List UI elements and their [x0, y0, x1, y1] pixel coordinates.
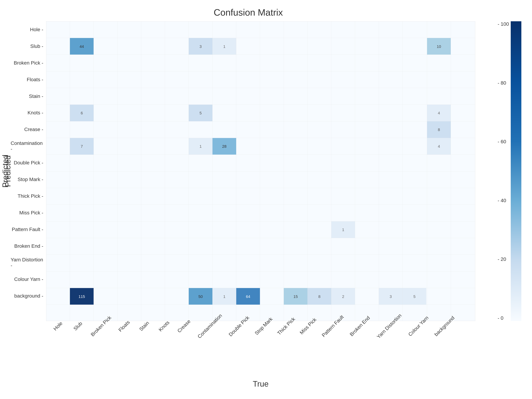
- svg-text:5: 5: [413, 294, 416, 299]
- x-label-hole: Hole: [46, 323, 66, 380]
- chart-container: Confusion Matrix Predicted True /* rows …: [0, 0, 532, 399]
- svg-text:6: 6: [81, 111, 83, 115]
- y-axis-label-container: Predicted: [4, 21, 13, 321]
- svg-text:15: 15: [293, 294, 298, 299]
- svg-text:3: 3: [200, 44, 202, 49]
- svg-text:1: 1: [223, 294, 225, 299]
- y-label-stop-mark: Stop Mark -: [11, 171, 46, 188]
- colorbar-tick-20: - 20: [498, 256, 506, 262]
- svg-rect-0: [46, 21, 475, 321]
- y-label-floats: Floats -: [11, 71, 46, 88]
- colorbar-tick-80: - 80: [498, 80, 506, 86]
- svg-text:8: 8: [438, 127, 440, 132]
- y-label-broken-end: Broken End -: [11, 238, 46, 254]
- svg-rect-81: [511, 21, 521, 321]
- svg-text:4: 4: [438, 144, 440, 149]
- y-label-yarn-distortion: Yarn Distortion -: [11, 254, 46, 271]
- y-label-crease: Crease -: [11, 121, 46, 138]
- colorbar-tick-40: - 40: [498, 198, 506, 203]
- colorbar-tick-100: - 100: [498, 21, 509, 27]
- svg-text:2: 2: [342, 294, 344, 299]
- y-label-knots: Knots -: [11, 104, 46, 121]
- y-label-slub: Slub -: [11, 38, 46, 55]
- svg-text:1: 1: [223, 44, 225, 49]
- svg-text:50: 50: [198, 294, 203, 299]
- y-label-pattern-fault: Pattern Fault -: [11, 221, 46, 238]
- svg-text:10: 10: [437, 44, 441, 49]
- colorbar-svg: [511, 21, 521, 321]
- confusion-matrix-svg: /* rows drawn below */ 44 3 1 10 6 5 4 8…: [46, 21, 475, 321]
- y-label-background: background -: [11, 288, 46, 304]
- svg-text:44: 44: [80, 44, 84, 49]
- y-axis-label-text: Predicted: [4, 155, 12, 187]
- svg-text:3: 3: [390, 294, 392, 299]
- y-labels: Hole - Slub - Broken Pick - Floats - Sta…: [11, 21, 46, 321]
- x-labels: Hole Slub Broken Pick Floats Stain Knots…: [46, 323, 475, 380]
- y-label-thick-pick: Thick Pick -: [11, 188, 46, 204]
- y-label-miss-pick: Miss Pick -: [11, 204, 46, 221]
- svg-text:4: 4: [438, 111, 440, 115]
- colorbar-tick-60: - 60: [498, 139, 506, 145]
- svg-text:7: 7: [81, 144, 83, 149]
- y-label-hole: Hole -: [11, 21, 46, 38]
- y-label-stain: Stain -: [11, 88, 46, 105]
- y-label-double-pick: Double Pick -: [11, 154, 46, 171]
- svg-text:115: 115: [79, 294, 85, 299]
- colorbar-tick-0: - 0: [498, 315, 503, 321]
- svg-text:8: 8: [318, 294, 320, 299]
- svg-text:1: 1: [200, 144, 202, 149]
- svg-text:28: 28: [222, 144, 227, 149]
- svg-text:5: 5: [200, 111, 202, 115]
- y-label-contamination: Contamination -: [11, 138, 46, 154]
- x-axis-label: True: [46, 380, 475, 388]
- y-label-colour-yarn: Colour Yarn -: [11, 271, 46, 288]
- svg-text:1: 1: [342, 228, 344, 232]
- y-label-broken-pick: Broken Pick -: [11, 55, 46, 71]
- svg-text:64: 64: [246, 294, 250, 299]
- chart-title: Confusion Matrix: [0, 7, 497, 18]
- colorbar-ticks: - 100 - 80 - 60 - 40 - 20 - 0: [498, 21, 509, 321]
